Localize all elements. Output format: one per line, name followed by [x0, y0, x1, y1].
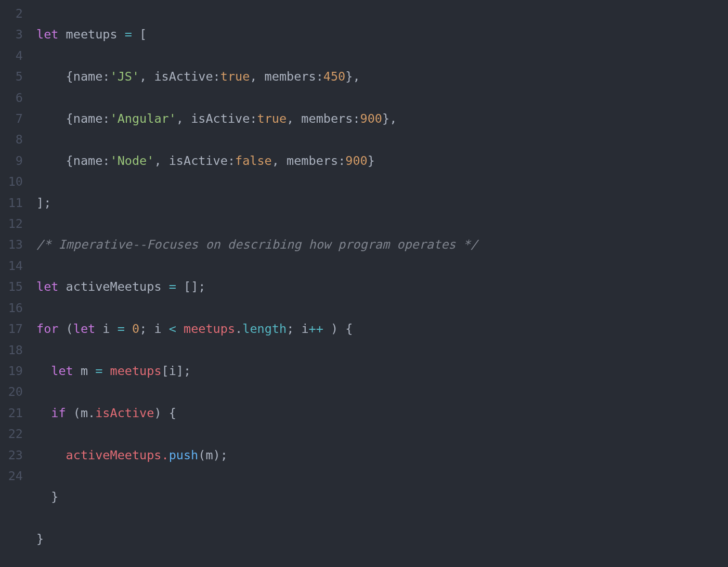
identifier: meetups	[110, 364, 162, 378]
line-number: 22	[0, 423, 23, 444]
code-line[interactable]: {name:'Node', isActive:false, members:90…	[36, 150, 515, 171]
property: , isActive	[176, 111, 250, 126]
property: {name	[36, 153, 102, 168]
number: 900	[360, 111, 382, 126]
comment: /* Imperative--Focuses on describing how…	[36, 237, 478, 252]
line-number: 20	[0, 381, 23, 402]
identifier: ; i	[287, 321, 308, 336]
property: length	[242, 321, 287, 336]
line-number: 4	[0, 45, 23, 66]
punctuation: .	[235, 321, 242, 336]
punctuation: },	[382, 111, 397, 126]
identifier: meetups	[58, 27, 124, 42]
punctuation: }	[36, 532, 44, 546]
identifier: meetups	[184, 321, 235, 336]
string: 'Angular'	[110, 111, 176, 126]
code-line[interactable]: let m = meetups[i];	[36, 360, 515, 381]
punctuation: :	[316, 69, 323, 84]
punctuation: (	[58, 321, 73, 336]
punctuation: :	[102, 111, 110, 126]
line-number: 17	[0, 318, 23, 339]
line-number: 13	[0, 234, 23, 255]
line-number: 21	[0, 403, 23, 423]
punctuation: ) {	[323, 321, 353, 336]
code-line[interactable]: activeMeetups.push(m);	[36, 445, 515, 466]
line-number: 15	[0, 276, 23, 297]
punctuation: (m);	[198, 448, 228, 462]
code-editor[interactable]: 2 3 4 5 6 7 8 9 10 11 12 13 14 15 16 17 …	[0, 0, 728, 567]
code-line[interactable]: }	[36, 529, 515, 549]
punctuation: ) {	[154, 406, 176, 420]
keyword: let	[36, 27, 58, 42]
punctuation: :	[250, 111, 257, 126]
line-number: 18	[0, 340, 23, 360]
operator: =	[118, 321, 125, 336]
line-number: 2	[0, 3, 23, 24]
line-number: 12	[0, 213, 23, 234]
identifier: activeMeetups	[58, 279, 168, 294]
property: , members	[272, 153, 338, 168]
punctuation: ];	[36, 196, 51, 210]
code-line[interactable]: let activeMeetups = [];	[36, 276, 515, 297]
identifier: ; i	[139, 321, 169, 336]
line-number: 24	[0, 466, 23, 486]
line-number: 3	[0, 24, 23, 45]
code-content[interactable]: let meetups = [ {name:'JS', isActive:tru…	[29, 3, 515, 567]
boolean: false	[235, 153, 272, 168]
property: isActive	[95, 406, 154, 420]
punctuation: [i];	[162, 364, 191, 378]
identifier: m	[73, 364, 95, 378]
identifier: activeMeetups.	[36, 448, 169, 462]
punctuation: :	[228, 153, 235, 168]
line-number: 14	[0, 255, 23, 276]
space	[125, 321, 132, 336]
identifier: i	[95, 321, 117, 336]
line-number: 5	[0, 66, 23, 87]
property: , isActive	[154, 153, 227, 168]
property: {name	[36, 111, 102, 126]
operator: =	[95, 364, 102, 378]
keyword: for	[36, 321, 58, 336]
punctuation: :	[102, 69, 110, 84]
punctuation: :	[102, 153, 110, 168]
space	[36, 406, 51, 420]
code-line[interactable]: {name:'Angular', isActive:true, members:…	[36, 108, 515, 129]
line-number: 11	[0, 192, 23, 213]
property: , members	[287, 111, 353, 126]
keyword: let	[73, 321, 95, 336]
code-line[interactable]: }	[36, 486, 515, 507]
code-line[interactable]: ];	[36, 192, 515, 213]
punctuation: [	[132, 27, 147, 42]
punctuation: },	[345, 69, 360, 84]
line-number: 16	[0, 298, 23, 318]
code-line[interactable]: if (m.isActive) {	[36, 403, 515, 423]
punctuation: [];	[176, 279, 206, 294]
keyword: let	[51, 364, 73, 378]
line-number-gutter: 2 3 4 5 6 7 8 9 10 11 12 13 14 15 16 17 …	[0, 3, 29, 567]
space	[176, 321, 184, 336]
code-line[interactable]: let meetups = [	[36, 24, 515, 45]
operator: =	[169, 279, 176, 294]
code-line[interactable]: /* Imperative--Focuses on describing how…	[36, 234, 515, 255]
punctuation: (m.	[66, 406, 96, 420]
line-number: 8	[0, 129, 23, 150]
operator: <	[169, 321, 176, 336]
property: , members	[250, 69, 316, 84]
line-number: 9	[0, 150, 23, 171]
number: 0	[132, 321, 139, 336]
property: , isActive	[139, 69, 213, 84]
operator: =	[125, 27, 132, 42]
punctuation: :	[353, 111, 360, 126]
punctuation: :	[213, 69, 220, 84]
operator: ++	[309, 321, 323, 336]
keyword: if	[51, 406, 66, 420]
punctuation: }	[36, 489, 58, 504]
code-line[interactable]: {name:'JS', isActive:true, members:450},	[36, 66, 515, 87]
line-number: 19	[0, 360, 23, 381]
code-line[interactable]: for (let i = 0; i < meetups.length; i++ …	[36, 318, 515, 339]
keyword: let	[36, 279, 58, 294]
boolean: true	[220, 69, 250, 84]
string: 'Node'	[110, 153, 154, 168]
string: 'JS'	[110, 69, 140, 84]
line-number: 6	[0, 87, 23, 108]
